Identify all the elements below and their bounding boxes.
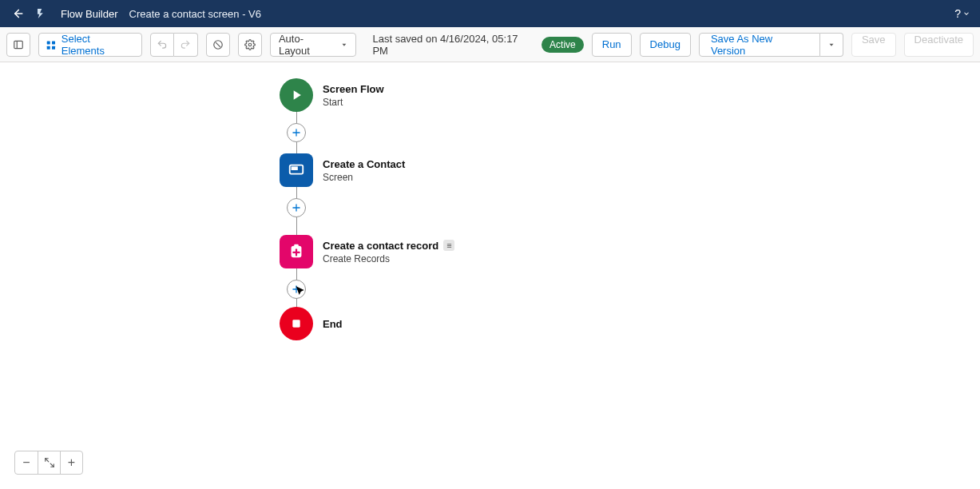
redo-button[interactable] [174,33,198,57]
node-title-text: Create a contact record [323,240,438,252]
svg-rect-20 [294,245,299,248]
flow-builder-icon [35,6,50,21]
node-title: Create a contact record [323,240,454,252]
svg-line-8 [216,42,220,47]
help-icon: ? [954,7,961,20]
connector [280,112,313,153]
svg-rect-3 [47,41,50,44]
undo-redo-group [150,33,198,57]
zoom-fit-button[interactable] [38,451,60,474]
zoom-controls: − + [14,451,83,475]
layout-mode-label: Auto-Layout [279,33,334,57]
svg-rect-6 [52,46,55,49]
layout-mode-select[interactable]: Auto-Layout [270,33,357,57]
svg-marker-11 [829,43,833,46]
zoom-out-button[interactable]: − [15,451,38,474]
connector [280,187,313,235]
help-button[interactable]: ? [954,7,970,20]
start-icon [280,78,313,112]
node-title: Screen Flow [323,83,384,95]
svg-line-30 [50,463,54,467]
app-header: Flow Builder Create a contact screen - V… [0,0,980,27]
node-create-records[interactable]: Create a contact record Create Records [280,235,454,268]
node-subtitle: Screen [323,172,405,183]
end-icon [280,307,313,340]
create-records-icon [280,235,313,268]
svg-rect-28 [292,320,300,327]
svg-rect-5 [47,46,50,49]
svg-rect-1 [14,41,23,48]
svg-rect-4 [52,41,55,44]
flow-title: Create a contact screen - V6 [129,8,261,20]
save-as-new-version-button[interactable]: Save As New Version [699,33,820,57]
svg-rect-16 [292,167,297,169]
chevron-down-icon [827,41,835,49]
toolbar: Select Elements Auto-Layout Last saved o… [0,27,980,62]
save-as-dropdown-button[interactable] [820,33,843,57]
zoom-in-button[interactable]: + [60,451,82,474]
status-badge: Active [542,37,584,53]
add-element-button[interactable] [287,198,306,217]
deactivate-button: Deactivate [904,33,974,57]
svg-marker-12 [294,90,301,100]
screen-icon [280,153,313,187]
settings-button[interactable] [238,33,262,57]
node-title: Create a Contact [323,158,405,170]
node-end[interactable]: End [280,307,454,340]
node-screen[interactable]: Create a Contact Screen [280,153,454,187]
flow-canvas[interactable]: Screen Flow Start Create a Contact Scree… [0,62,980,489]
save-as-group: Save As New Version [699,33,843,57]
select-elements-button[interactable]: Select Elements [38,33,142,57]
save-button: Save [851,33,896,57]
connector [280,268,313,307]
back-arrow-icon[interactable] [10,6,24,21]
svg-line-29 [45,459,48,462]
svg-point-9 [248,43,252,46]
toggle-panel-button[interactable] [6,33,30,57]
node-subtitle: Create Records [323,253,454,264]
svg-marker-10 [342,43,346,46]
node-subtitle: Start [323,97,384,108]
add-element-button[interactable] [287,280,306,299]
node-start[interactable]: Screen Flow Start [280,78,454,112]
fault-path-icon[interactable] [443,240,454,251]
chevron-down-icon [340,41,348,49]
debug-button[interactable]: Debug [640,33,691,57]
view-options-button[interactable] [206,33,230,57]
select-elements-label: Select Elements [61,33,135,57]
add-element-button[interactable] [287,123,306,142]
last-saved-text: Last saved on 4/16/2024, 05:17 PM [372,33,534,57]
flow-diagram: Screen Flow Start Create a Contact Scree… [280,78,454,340]
run-button[interactable]: Run [592,33,632,57]
app-name: Flow Builder [61,8,118,20]
node-title: End [323,318,343,330]
undo-button[interactable] [150,33,174,57]
